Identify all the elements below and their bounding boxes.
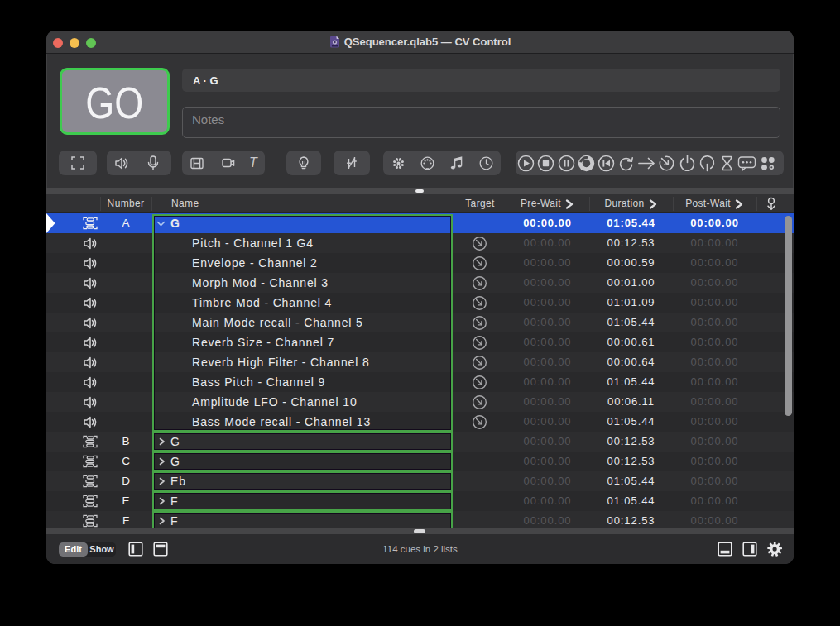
svg-text:T: T xyxy=(249,156,258,170)
